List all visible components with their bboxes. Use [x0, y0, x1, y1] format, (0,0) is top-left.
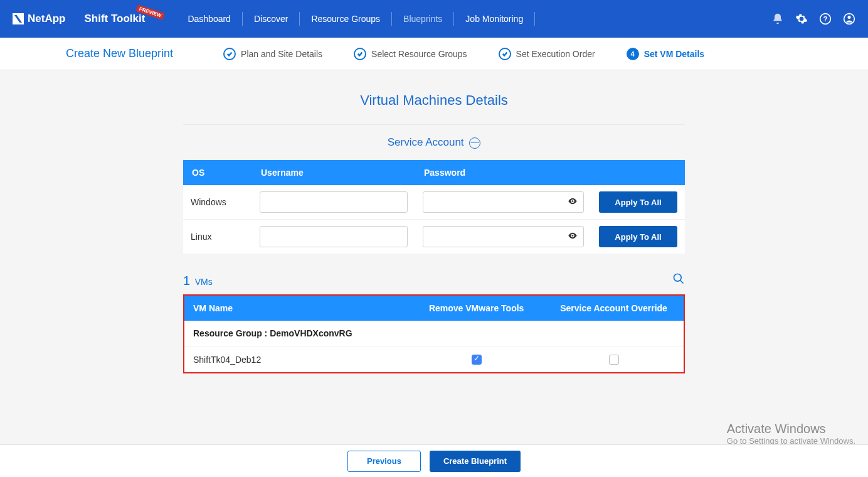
col-username: Username [252, 160, 415, 185]
search-icon[interactable] [672, 272, 685, 287]
check-icon [499, 48, 511, 60]
svg-text:?: ? [823, 14, 827, 23]
netapp-logo-icon [13, 13, 24, 24]
section-title: Virtual Machines Details [0, 92, 868, 109]
svg-point-4 [572, 200, 574, 202]
service-account-title: Service Account — [183, 136, 685, 149]
col-action [591, 160, 685, 185]
apply-all-windows-button[interactable]: Apply To All [599, 191, 677, 213]
create-blueprint-button[interactable]: Create Blueprint [430, 451, 521, 472]
bell-icon[interactable] [771, 13, 784, 25]
os-label: Windows [183, 185, 252, 220]
vm-row: ShiftTk04_Deb12 [184, 346, 684, 373]
nav-blueprints[interactable]: Blueprints [392, 14, 453, 24]
eye-icon[interactable] [568, 196, 578, 208]
col-password: Password [415, 160, 591, 185]
col-os: OS [183, 160, 252, 185]
step-resource-groups[interactable]: Select Resource Groups [354, 48, 467, 60]
page-title: Create New Blueprint [66, 47, 173, 60]
vm-count: 1 VMs [183, 274, 213, 288]
sa-row-linux: Linux Apply To All [183, 220, 685, 254]
top-nav-bar: NetApp Shift Toolkit PREVIEW Dashboard D… [0, 0, 868, 38]
vm-count-row: 1 VMs [183, 272, 685, 288]
divider [183, 124, 685, 125]
svg-line-7 [680, 281, 684, 284]
sa-override-checkbox[interactable] [609, 355, 619, 365]
apply-all-linux-button[interactable]: Apply To All [599, 226, 677, 247]
brand-logo: NetApp [13, 13, 65, 25]
nav-dashboard[interactable]: Dashboard [176, 14, 242, 24]
check-icon [354, 48, 366, 60]
help-icon[interactable]: ? [819, 13, 832, 25]
nav-job-monitoring[interactable]: Job Monitoring [454, 14, 534, 24]
sa-row-windows: Windows Apply To All [183, 185, 685, 220]
vm-table-highlight: VM Name Remove VMware Tools Service Acco… [183, 294, 685, 373]
username-input-linux[interactable] [260, 226, 408, 247]
svg-point-5 [572, 235, 574, 237]
step-number-icon: 4 [627, 48, 639, 60]
nav-separator [534, 12, 535, 26]
gear-icon[interactable] [795, 13, 808, 25]
brand-company: NetApp [28, 13, 65, 25]
step-plan-site[interactable]: Plan and Site Details [223, 48, 322, 60]
service-account-table: OS Username Password Windows Apply To Al… [183, 160, 685, 254]
user-icon[interactable] [843, 13, 855, 25]
col-sa-override: Service Account Override [544, 296, 684, 321]
wizard-footer: Previous Create Blueprint [0, 444, 868, 477]
nav-discover[interactable]: Discover [243, 14, 299, 24]
col-remove-tools: Remove VMware Tools [409, 296, 544, 321]
stepper-bar: Create New Blueprint Plan and Site Detai… [0, 38, 868, 70]
resource-group-label: Resource Group : DemoVHDXconvRG [184, 321, 684, 346]
username-input-windows[interactable] [260, 191, 408, 213]
top-icon-group: ? [771, 13, 855, 25]
os-label: Linux [183, 220, 252, 254]
vm-name-cell: ShiftTk04_Deb12 [184, 346, 409, 373]
password-input-windows[interactable] [423, 191, 584, 213]
remove-tools-checkbox[interactable] [472, 355, 482, 365]
nav-items: Dashboard Discover Resource Groups Bluep… [176, 12, 771, 26]
svg-point-6 [674, 274, 682, 282]
eye-icon[interactable] [568, 231, 578, 243]
watermark-line1: Activate Windows [727, 422, 855, 436]
step-vm-details[interactable]: 4 Set VM Details [627, 48, 704, 60]
vm-table: VM Name Remove VMware Tools Service Acco… [184, 296, 684, 372]
product-name: Shift Toolkit PREVIEW [84, 13, 145, 25]
main-content: Virtual Machines Details Service Account… [0, 70, 868, 424]
previous-button[interactable]: Previous [347, 451, 421, 472]
windows-activation-watermark: Activate Windows Go to Settings to activ… [727, 422, 855, 446]
step-execution-order[interactable]: Set Execution Order [499, 48, 595, 60]
collapse-icon[interactable]: — [469, 137, 480, 149]
check-icon [223, 48, 236, 60]
vm-group-row: Resource Group : DemoVHDXconvRG [184, 321, 684, 346]
col-vm-name: VM Name [184, 296, 409, 321]
svg-point-3 [848, 16, 851, 19]
wizard-steps: Plan and Site Details Select Resource Gr… [223, 48, 802, 60]
password-input-linux[interactable] [423, 226, 584, 247]
nav-resource-groups[interactable]: Resource Groups [300, 14, 391, 24]
